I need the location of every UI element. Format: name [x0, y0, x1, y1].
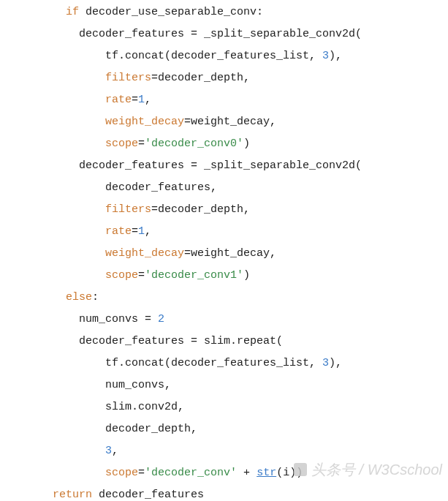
token-plain: tf.concat(decoder_features_list,	[105, 357, 322, 369]
code-line: tf.concat(decoder_features_list, 3),	[0, 45, 448, 67]
token-plain: :	[92, 291, 99, 304]
token-plain: (i))	[276, 467, 303, 479]
token-plain: decoder_features	[79, 335, 191, 347]
token-plain: num_convs	[79, 313, 145, 325]
code-line: decoder_features = _split_separable_conv…	[0, 23, 448, 45]
token-op: =	[132, 225, 138, 238]
token-plain: num_convs,	[105, 379, 171, 391]
token-op: =	[191, 28, 197, 40]
token-kw: return	[53, 489, 92, 501]
code-line: weight_decay=weight_decay,	[0, 111, 448, 133]
token-plain: ),	[329, 357, 342, 369]
token-param: scope	[105, 269, 138, 282]
code-line: tf.concat(decoder_features_list, 3),	[0, 353, 448, 374]
token-param: weight_decay	[105, 116, 184, 128]
token-kw: if	[66, 6, 79, 18]
token-op: +	[243, 467, 250, 479]
code-line: num_convs = 2	[0, 309, 448, 331]
token-plain: ,	[145, 225, 151, 238]
token-num: 3	[105, 445, 112, 457]
token-op: =	[191, 335, 197, 347]
token-kw: else	[66, 291, 92, 304]
token-plain: decoder_depth,	[158, 72, 250, 84]
token-num: 1	[138, 225, 145, 238]
token-op: =	[138, 269, 145, 282]
code-line: scope='decoder_conv' + str(i))	[0, 462, 448, 484]
code-line: filters=decoder_depth,	[0, 67, 448, 89]
token-plain	[250, 467, 257, 479]
code-line: rate=1,	[0, 89, 448, 111]
token-plain: decoder_features	[92, 489, 204, 501]
token-num: 2	[158, 313, 164, 325]
token-plain: ,	[145, 94, 151, 106]
token-plain: ),	[329, 50, 342, 62]
token-op: =	[151, 203, 158, 216]
token-builtin: str	[257, 467, 276, 479]
token-plain: )	[243, 138, 250, 150]
token-plain: decoder_features,	[105, 181, 217, 194]
token-str: 'decoder_conv'	[145, 467, 237, 479]
token-op: =	[132, 94, 138, 106]
code-line: return decoder_features	[0, 484, 448, 501]
token-num: 3	[322, 50, 329, 62]
token-num: 1	[138, 94, 145, 106]
token-plain	[151, 313, 158, 325]
token-plain: slim.conv2d,	[105, 401, 184, 413]
token-op: =	[138, 138, 145, 150]
code-line: filters=decoder_depth,	[0, 199, 448, 221]
token-plain: tf.concat(decoder_features_list,	[105, 50, 322, 62]
code-line: decoder_features = _split_separable_conv…	[0, 155, 448, 177]
token-plain: weight_decay,	[191, 116, 276, 128]
token-plain: decoder_features	[79, 28, 191, 40]
code-line: else:	[0, 287, 448, 309]
token-plain: decoder_use_separable_conv:	[79, 6, 263, 18]
token-op: =	[151, 72, 158, 84]
token-param: scope	[105, 467, 138, 479]
code-line: decoder_features,	[0, 177, 448, 199]
token-param: filters	[105, 72, 151, 84]
code-line: decoder_depth,	[0, 418, 448, 440]
code-line: if decoder_use_separable_conv:	[0, 1, 448, 23]
code-line: scope='decoder_conv1')	[0, 265, 448, 287]
token-op: =	[184, 247, 191, 260]
token-plain: decoder_features	[79, 159, 191, 172]
code-line: slim.conv2d,	[0, 396, 448, 418]
token-plain: weight_decay,	[191, 247, 276, 260]
code-line: 3,	[0, 440, 448, 462]
code-line: decoder_features = slim.repeat(	[0, 331, 448, 353]
token-plain: decoder_depth,	[158, 203, 250, 216]
token-op: =	[145, 313, 151, 325]
code-line: num_convs,	[0, 374, 448, 396]
token-op: =	[191, 159, 197, 172]
token-plain	[237, 467, 243, 479]
token-plain: _split_separable_conv2d(	[197, 28, 362, 40]
token-str: 'decoder_conv0'	[145, 138, 243, 150]
token-param: scope	[105, 138, 138, 150]
token-plain: slim.repeat(	[197, 335, 283, 347]
token-str: 'decoder_conv1'	[145, 269, 243, 282]
token-param: weight_decay	[105, 247, 184, 260]
token-plain: _split_separable_conv2d(	[197, 159, 362, 172]
code-line: rate=1,	[0, 221, 448, 243]
token-num: 3	[322, 357, 329, 369]
token-param: rate	[105, 94, 132, 106]
token-plain: decoder_depth,	[105, 423, 197, 435]
token-plain: ,	[112, 445, 118, 457]
code-line: weight_decay=weight_decay,	[0, 243, 448, 265]
token-op: =	[184, 116, 191, 128]
code-line: scope='decoder_conv0')	[0, 133, 448, 155]
code-block: if decoder_use_separable_conv: decoder_f…	[0, 0, 448, 501]
token-op: =	[138, 467, 145, 479]
token-plain: )	[243, 269, 250, 282]
token-param: rate	[105, 225, 132, 238]
token-param: filters	[105, 203, 151, 216]
